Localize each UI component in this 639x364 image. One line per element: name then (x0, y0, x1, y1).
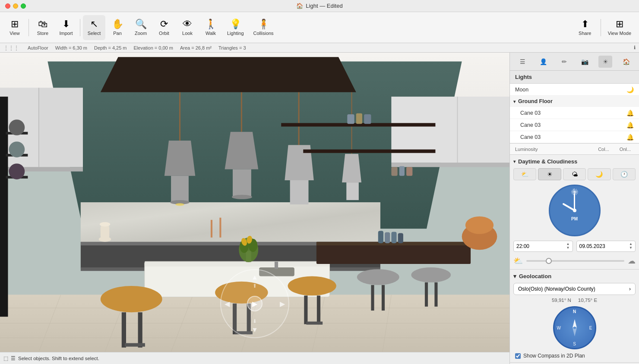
light-bell-icon-2: 🔔 (626, 134, 634, 141)
geolocation-header[interactable]: ▾ Geolocation (513, 273, 636, 279)
daytime-header[interactable]: ▾ Daytime & Cloudiness (513, 158, 636, 165)
svg-point-98 (465, 217, 493, 234)
maximize-button[interactable] (21, 3, 26, 9)
svg-rect-24 (233, 169, 251, 196)
toolbar-btn-look[interactable]: 👁 Look (176, 15, 199, 40)
time-mode-sunny[interactable]: ☀ (538, 168, 561, 180)
panel-scroll[interactable]: Lights Moon 🌙 ▾ Ground Floor Cane (510, 71, 639, 364)
titlebar: 🏠 Light — Edited (0, 0, 639, 12)
toolbar-btn-share[interactable]: ⬆ Share (572, 15, 598, 40)
pan-icon: ✋ (112, 19, 123, 29)
geolocation-section: ▾ Geolocation Oslo(Oslo) (Norway/Oslo Co… (510, 270, 639, 363)
window-icon: 🏠 (296, 3, 303, 9)
slider-thumb[interactable] (546, 258, 552, 264)
look-icon: 👁 (183, 19, 192, 29)
svg-rect-79 (0, 97, 8, 317)
chevron-right-icon: › (629, 286, 631, 292)
col-onl: Onl... (617, 147, 634, 152)
svg-marker-23 (225, 132, 259, 169)
panel-tool-building[interactable]: 🏠 (619, 56, 633, 68)
info-icon[interactable]: ℹ (634, 45, 636, 50)
svg-rect-13 (81, 202, 380, 242)
svg-rect-94 (385, 232, 390, 243)
nav-center-button[interactable]: ▶ (247, 296, 263, 311)
toolbar-btn-collisions[interactable]: 🧍 Collisions (249, 15, 278, 40)
time-input[interactable]: ▲ ▼ (513, 241, 573, 252)
lighting-icon: 💡 (230, 19, 241, 29)
navigation-controls[interactable]: ▲ ▼ ◀ ▶ ⬆ ⬇ ▶ (220, 269, 289, 338)
viewport-status: ⬚ ☰ Select objects. Shift to extend sele… (0, 352, 509, 364)
cloudiness-slider[interactable] (526, 260, 624, 262)
time-spinner[interactable]: ▲ ▼ (566, 242, 570, 250)
panel-tool-person[interactable]: 👤 (537, 56, 550, 68)
light-item-1[interactable]: Cane 03 🔔 (510, 119, 639, 131)
cloud-light-icon: ⛅ (513, 256, 523, 266)
time-field[interactable] (516, 243, 566, 249)
select-icon: ↖ (90, 19, 98, 29)
svg-rect-93 (378, 231, 383, 243)
toolbar-btn-lighting[interactable]: 💡 Lighting (223, 15, 248, 40)
nav-up-arrow[interactable]: ▲ (251, 273, 258, 281)
time-mode-cloudy[interactable]: ⛅ (513, 168, 536, 180)
geo-chevron: ▾ (513, 273, 516, 279)
panel-tool-camera[interactable]: 📷 (578, 56, 592, 68)
panel-tool-list[interactable]: ☰ (516, 56, 530, 68)
cloud-slider-row: ⛅ ☁ (513, 256, 636, 266)
clock-minute-hand (574, 193, 575, 210)
toolbar-btn-import[interactable]: ⬇ Import (55, 15, 77, 40)
time-mode-moon[interactable]: 🌙 (588, 168, 611, 180)
svg-rect-87 (101, 224, 109, 240)
cloud-heavy-icon: ☁ (628, 256, 636, 266)
nav-down-arrow[interactable]: ▼ (251, 326, 258, 334)
nav-extra-down[interactable]: ⬇ (253, 318, 257, 324)
toolbar-btn-store[interactable]: 🛍 Store (32, 15, 54, 40)
viewport[interactable]: ▲ ▼ ◀ ▶ ⬆ ⬇ ▶ ⬚ ☰ Select objects. Shift … (0, 53, 509, 364)
date-input[interactable]: ▲ ▼ (576, 241, 636, 252)
nav-right-arrow[interactable]: ▶ (280, 300, 285, 308)
share-icon: ⬆ (581, 19, 589, 29)
panel-tool-pencil[interactable]: ✏ (557, 56, 571, 68)
toolbar-btn-zoom[interactable]: 🔍 Zoom (130, 15, 152, 40)
select-mode-icon2: ☰ (11, 355, 16, 361)
show-compass-checkbox[interactable] (515, 353, 521, 359)
toolbar-btn-walk[interactable]: 🚶 Walk (199, 15, 222, 40)
time-mode-partly-cloudy[interactable]: 🌤 (563, 168, 586, 180)
close-button[interactable] (5, 3, 10, 9)
svg-rect-31 (346, 182, 359, 200)
nav-left-arrow[interactable]: ◀ (225, 300, 230, 308)
date-spinner[interactable]: ▲ ▼ (629, 242, 633, 250)
location-button[interactable]: Oslo(Oslo) (Norway/Oslo County) › (513, 283, 636, 295)
moon-light-item[interactable]: Moon 🌙 (510, 84, 639, 96)
toolbar-btn-view[interactable]: ⊞ View (3, 15, 26, 40)
depth-label: Depth = 4,25 m (94, 45, 127, 50)
panel-toolbar: ☰ 👤 ✏ 📷 ☀ 🏠 (510, 53, 639, 71)
light-item-2[interactable]: Cane 03 🔔 (510, 131, 639, 143)
svg-rect-37 (391, 167, 397, 176)
column-headers: Luminosity Col... Onl... (510, 144, 639, 155)
lights-list: Moon 🌙 ▾ Ground Floor Cane 03 🔔 Cane 0 (510, 84, 639, 144)
svg-point-73 (357, 269, 399, 285)
col-luminosity: Luminosity (515, 147, 591, 152)
svg-rect-62 (122, 312, 126, 348)
toolbar-sep-2 (80, 19, 80, 36)
toolbar-btn-select[interactable]: ↖ Select (83, 15, 105, 40)
toolbar-btn-pan[interactable]: ✋ Pan (106, 15, 129, 40)
clock-center (573, 209, 576, 212)
time-mode-clock[interactable]: 🕐 (613, 168, 636, 180)
date-field[interactable] (579, 243, 630, 249)
light-item-0[interactable]: Cane 03 🔔 (510, 107, 639, 119)
geo-coordinates: 59,91° N 10,75° E (513, 298, 636, 303)
viewmode-icon: ⊞ (616, 19, 623, 29)
nav-extra-up[interactable]: ⬆ (253, 283, 257, 289)
compass-container: N S E W (513, 306, 636, 349)
minimize-button[interactable] (13, 3, 18, 9)
store-icon: 🛍 (38, 19, 47, 29)
svg-rect-90 (219, 218, 221, 238)
status-text: Select objects. Shift to extend select. (18, 356, 99, 361)
toolbar-btn-orbit[interactable]: ⟳ Orbit (153, 15, 175, 40)
panel-tool-sun[interactable]: ☀ (598, 56, 612, 68)
toolbar-sep-1 (28, 19, 29, 36)
ground-floor-group[interactable]: ▾ Ground Floor (510, 96, 639, 107)
clock-pm-label: PM (571, 217, 578, 221)
toolbar-btn-viewmode[interactable]: ⊞ View Mode (604, 15, 636, 40)
